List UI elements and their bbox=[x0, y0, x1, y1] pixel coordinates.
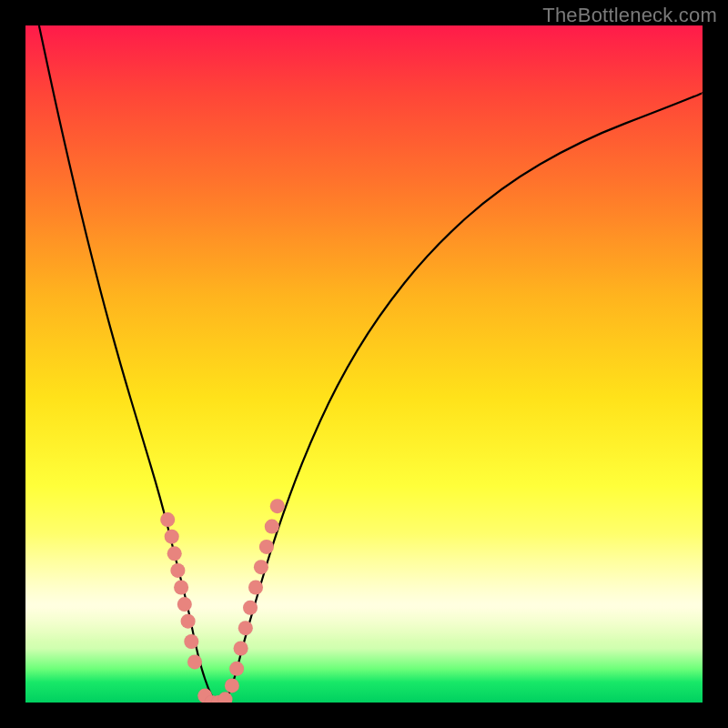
chart-svg bbox=[25, 25, 703, 703]
response-curve bbox=[39, 25, 703, 703]
highlight-dot bbox=[177, 597, 192, 612]
highlight-dot bbox=[187, 654, 202, 669]
highlight-dot bbox=[170, 563, 185, 578]
highlight-dot bbox=[254, 560, 268, 574]
highlight-dot bbox=[174, 581, 188, 595]
highlight-dot bbox=[259, 540, 274, 554]
highlight-dot bbox=[270, 499, 285, 513]
highlight-dot bbox=[218, 692, 233, 703]
watermark-text: TheBottleneck.com bbox=[542, 4, 717, 27]
highlight-dot bbox=[165, 530, 179, 544]
highlight-dot bbox=[265, 520, 279, 534]
chart-frame bbox=[25, 25, 703, 703]
highlight-dot bbox=[229, 662, 244, 676]
highlight-dots-group bbox=[160, 499, 285, 703]
highlight-dot bbox=[248, 581, 263, 595]
highlight-dot bbox=[234, 642, 248, 656]
highlight-dot bbox=[225, 678, 239, 693]
highlight-dot bbox=[184, 634, 198, 649]
highlight-dot bbox=[238, 621, 253, 635]
highlight-dot bbox=[160, 512, 175, 527]
highlight-dot bbox=[243, 601, 258, 615]
highlight-dot bbox=[167, 546, 182, 561]
highlight-dot bbox=[181, 614, 196, 629]
